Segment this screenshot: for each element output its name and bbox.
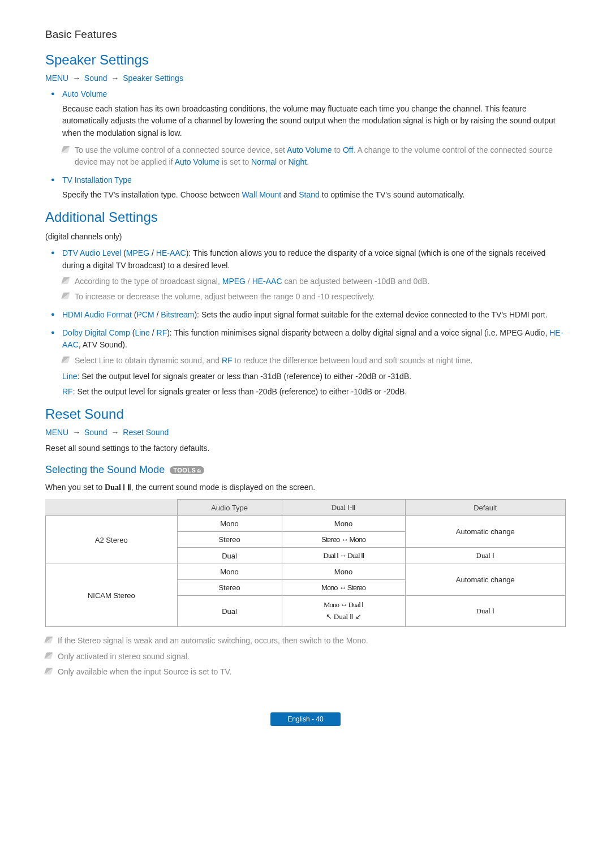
cell: Dual Ⅰ ↔ Dual Ⅱ	[282, 548, 405, 564]
page-number-pill: English - 40	[270, 712, 340, 726]
line-label: Line	[62, 372, 77, 381]
tv-installation-body: Specify the TV's installation type. Choo…	[62, 189, 566, 201]
nicam-stereo-label: NICAM Stereo	[46, 564, 178, 627]
table-corner	[46, 500, 178, 516]
intro-bold: Dual Ⅰ Ⅱ	[105, 483, 131, 492]
page-footer: English - 40	[45, 712, 566, 726]
note-text: to	[332, 145, 343, 154]
paren-close: ):	[167, 328, 174, 337]
dtv-audio-level-item: DTV Audio Level (MPEG / HE-AAC): This fu…	[45, 247, 566, 303]
footer-note-3: Only available when the input Source is …	[45, 666, 566, 678]
tv-installation-term: TV Installation Type	[62, 175, 132, 184]
auto-volume-term: Auto Volume	[62, 89, 107, 98]
table-row: NICAM Stereo Mono Mono Automatic change	[46, 564, 566, 580]
breadcrumb-speaker-settings: Speaker Settings	[123, 74, 183, 83]
rf-description: RF: Set the output level for signals gre…	[62, 386, 566, 398]
tv-installation-type-item: TV Installation Type Specify the TV's in…	[45, 174, 566, 201]
cell: Dual	[177, 548, 282, 564]
cell: Dual Ⅰ	[405, 596, 565, 627]
reset-breadcrumb: MENU → Sound → Reset Sound	[45, 428, 566, 437]
col-dual: Dual Ⅰ-Ⅱ	[282, 500, 405, 516]
dolby-term: Dolby Digital Comp	[62, 328, 130, 337]
hdmi-audio-format-item: HDMI Audio Format (PCM / Bitstream): Set…	[45, 309, 566, 321]
cell: Stereo ↔ Mono	[282, 532, 405, 548]
auto-volume-note: To use the volume control of a connected…	[62, 144, 566, 169]
slash: /	[150, 328, 157, 337]
cell: Mono	[177, 516, 282, 532]
selecting-intro: When you set to Dual Ⅰ Ⅱ, the current so…	[45, 482, 566, 494]
heaac-term: HE-AAC	[156, 248, 186, 257]
cell: Dual Ⅰ	[405, 548, 565, 564]
cell: Mono	[177, 564, 282, 580]
note-text: or	[277, 157, 288, 166]
cell: Stereo	[177, 580, 282, 596]
dtv-note-1: According to the type of broadcast signa…	[62, 276, 566, 288]
nicam-dual-line1: Mono ↔ Dual Ⅰ	[285, 599, 403, 611]
note-text: to reduce the difference between loud an…	[233, 356, 473, 365]
cell: Mono	[282, 564, 405, 580]
table-row: A2 Stereo Mono Mono Automatic change	[46, 516, 566, 532]
breadcrumb-menu: MENU	[45, 74, 68, 83]
note-term: Normal	[251, 157, 277, 166]
speaker-breadcrumb: MENU → Sound → Speaker Settings	[45, 74, 566, 83]
body-text: to optimise the TV's sound automatically…	[320, 190, 465, 199]
reset-sound-title: Reset Sound	[45, 406, 566, 422]
cell: Mono ↔ Dual Ⅰ ↖ Dual Ⅱ ↙	[282, 596, 405, 627]
note-term: Auto Volume	[287, 145, 332, 154]
intro-end: , the current sound mode is displayed on…	[131, 483, 315, 492]
additional-settings-title: Additional Settings	[45, 209, 566, 225]
breadcrumb-sound: Sound	[84, 74, 107, 83]
bitstream-term: Bitstream	[161, 310, 194, 319]
col-audio-type: Audio Type	[177, 500, 282, 516]
hdmi-audio-term: HDMI Audio Format	[62, 310, 132, 319]
dtv-note-2: To increase or decrease the volume, adju…	[62, 291, 566, 303]
note-text: To use the volume control of a connected…	[75, 145, 287, 154]
selecting-sound-mode-title: Selecting the Sound Mode TOOLS	[45, 464, 566, 476]
footer-note-1: If the Stereo signal is weak and an auto…	[45, 635, 566, 647]
paren-close: ):	[194, 310, 201, 319]
cell: Mono	[282, 516, 405, 532]
wall-mount-term: Wall Mount	[242, 190, 282, 199]
note-text: is set to	[220, 157, 251, 166]
arrow-icon: →	[111, 74, 119, 83]
auto-volume-body: Because each station has its own broadca…	[62, 103, 566, 140]
breadcrumb-sound: Sound	[84, 428, 107, 437]
tools-badge: TOOLS	[170, 466, 204, 474]
dtv-audio-level-term: DTV Audio Level	[62, 248, 121, 257]
breadcrumb-reset-sound: Reset Sound	[123, 428, 169, 437]
note-text: Select Line to obtain dynamic sound, and	[75, 356, 222, 365]
table-header-row: Audio Type Dual Ⅰ-Ⅱ Default	[46, 500, 566, 516]
arrow-icon: →	[72, 74, 80, 83]
note-term: Night	[288, 157, 307, 166]
col-default: Default	[405, 500, 565, 516]
hdmi-body: Sets the audio input signal format suita…	[201, 310, 548, 319]
cell: Dual	[177, 596, 282, 627]
arrow-icon: →	[72, 428, 80, 437]
rf-term: RF	[157, 328, 167, 337]
note-text: .	[307, 157, 309, 166]
line-term: Line	[135, 328, 149, 337]
note-term: Off	[343, 145, 353, 154]
rf-term: RF	[222, 356, 233, 365]
sound-mode-table: Audio Type Dual Ⅰ-Ⅱ Default A2 Stereo Mo…	[45, 499, 566, 627]
dolby-digital-comp-item: Dolby Digital Comp (Line / RF): This fun…	[45, 327, 566, 398]
note-text: /	[246, 277, 252, 286]
body-text: and	[281, 190, 299, 199]
body-text: Specify the TV's installation type. Choo…	[62, 190, 242, 199]
additional-settings-list: DTV Audio Level (MPEG / HE-AAC): This fu…	[45, 247, 566, 398]
page-header: Basic Features	[45, 28, 566, 41]
note-term: MPEG	[222, 277, 246, 286]
auto-volume-item: Auto Volume Because each station has its…	[45, 88, 566, 169]
selecting-title-text: Selecting the Sound Mode	[45, 464, 165, 475]
mpeg-term: MPEG	[126, 248, 149, 257]
pcm-term: PCM	[137, 310, 154, 319]
rf-label: RF	[62, 387, 73, 396]
arrow-icon: →	[111, 428, 119, 437]
note-text: According to the type of broadcast signa…	[75, 277, 222, 286]
footer-note-2: Only activated in stereo sound signal.	[45, 651, 566, 663]
note-text: can be adjusted between -10dB and 0dB.	[282, 277, 430, 286]
breadcrumb-menu: MENU	[45, 428, 68, 437]
reset-body: Reset all sound settings to the factory …	[45, 442, 566, 455]
note-term: HE-AAC	[252, 277, 282, 286]
dolby-note: Select Line to obtain dynamic sound, and…	[62, 355, 566, 367]
